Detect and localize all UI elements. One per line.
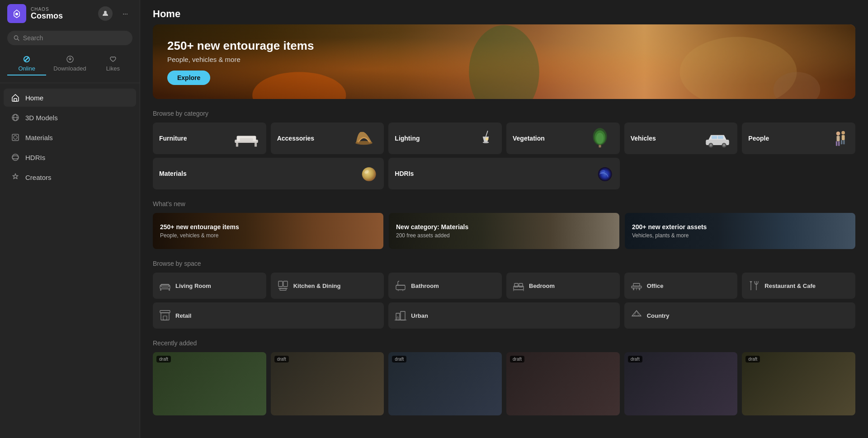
news-subtitle-2: Vehicles, plants & more <box>632 232 707 239</box>
svg-point-26 <box>483 141 489 143</box>
space-office[interactable]: Office <box>624 273 738 299</box>
cat-name-accessories: Accessories <box>277 135 315 142</box>
recent-card-1[interactable]: draft <box>271 352 384 415</box>
space-bathroom[interactable]: Bathroom <box>388 273 502 299</box>
vehicles-thumbnail <box>704 128 731 149</box>
svg-rect-70 <box>633 288 634 290</box>
category-grid-row1: Furniture Accessories Lighting <box>140 122 868 158</box>
online-icon <box>23 55 31 63</box>
home-icon <box>11 93 20 102</box>
svg-rect-58 <box>280 288 286 290</box>
svg-point-13 <box>12 156 19 159</box>
category-vegetation[interactable]: Vegetation <box>506 122 620 154</box>
svg-rect-21 <box>236 142 238 146</box>
svg-rect-71 <box>639 288 640 290</box>
recent-card-4[interactable]: draft <box>624 352 738 415</box>
recently-added-label: Recently added <box>140 339 868 352</box>
space-living-room[interactable]: Living Room <box>153 273 266 299</box>
svg-rect-33 <box>712 136 717 139</box>
news-card-0[interactable]: 250+ new entourage items People, vehicle… <box>153 213 383 249</box>
svg-rect-76 <box>160 311 170 313</box>
online-tab-label: Online <box>18 65 35 72</box>
recent-card-3[interactable]: draft <box>506 352 620 415</box>
furniture-thumbnail <box>233 128 260 149</box>
lighting-thumbnail <box>468 128 495 149</box>
tab-online[interactable]: Online <box>7 52 46 75</box>
space-name-urban: Urban <box>411 312 428 319</box>
vegetation-thumbnail <box>586 128 613 149</box>
news-card-2[interactable]: 200+ new exterior assets Vehicles, plant… <box>625 213 855 249</box>
svg-rect-80 <box>401 311 405 320</box>
space-name-office: Office <box>647 283 664 289</box>
svg-point-47 <box>362 167 376 181</box>
hero-banner[interactable]: 250+ new entourage items People, vehicle… <box>153 24 855 99</box>
explore-button[interactable]: Explore <box>167 71 210 85</box>
home-label: Home <box>25 94 43 102</box>
materials-thumbnail <box>350 164 377 184</box>
search-input[interactable] <box>23 34 126 42</box>
svg-point-11 <box>14 136 17 139</box>
whats-new-label: What's new <box>140 200 868 213</box>
svg-rect-63 <box>514 286 524 290</box>
more-options-button[interactable]: ··· <box>118 6 132 21</box>
svg-point-1 <box>15 13 18 15</box>
draft-badge-2: draft <box>392 356 406 363</box>
search-bar[interactable] <box>7 31 132 45</box>
draft-badge-0: draft <box>156 356 171 363</box>
tabs-row: Online Downloaded Likes <box>0 52 140 75</box>
tab-likes[interactable]: Likes <box>94 52 132 75</box>
news-title-1: New category: Materials <box>396 223 468 231</box>
recent-card-0[interactable]: draft <box>153 352 266 415</box>
category-furniture[interactable]: Furniture <box>153 122 266 154</box>
sidebar: chaos Cosmos ··· <box>0 0 140 438</box>
sidebar-item-creators[interactable]: Creators <box>4 168 136 186</box>
recent-card-5[interactable]: draft <box>742 352 855 415</box>
browse-by-space-label: Browse by space <box>140 260 868 273</box>
svg-point-38 <box>723 144 725 146</box>
page-title: Home <box>140 0 868 24</box>
category-hdris[interactable]: HDRIs <box>388 158 619 189</box>
space-kitchen-dining[interactable]: Kitchen & Dining <box>271 273 384 299</box>
nav-items: Home 3D Models Materials HDRIs <box>0 89 140 186</box>
space-name-restaurant-cafe: Restaurant & Cafe <box>764 283 816 289</box>
space-restaurant-cafe[interactable]: Restaurant & Cafe <box>742 273 855 299</box>
divider <box>0 83 140 83</box>
svg-line-4 <box>18 39 19 40</box>
bathroom-icon <box>395 280 406 292</box>
category-materials[interactable]: Materials <box>153 158 384 189</box>
space-name-living-room: Living Room <box>175 283 211 289</box>
category-accessories[interactable]: Accessories <box>271 122 384 154</box>
news-card-content-0: 250+ new entourage items People, vehicle… <box>153 217 246 245</box>
logo-icon <box>7 4 26 23</box>
category-vehicles[interactable]: Vehicles <box>624 122 738 154</box>
country-icon <box>631 310 642 321</box>
sidebar-item-hdris[interactable]: HDRIs <box>4 148 136 166</box>
category-people[interactable]: People <box>742 122 855 154</box>
browse-by-category-label: Browse by category <box>140 110 868 122</box>
recent-card-2[interactable]: draft <box>388 352 502 415</box>
downloaded-tab-label: Downloaded <box>53 65 86 72</box>
svg-rect-69 <box>633 283 640 286</box>
news-title-2: 200+ new exterior assets <box>632 223 707 231</box>
svg-rect-40 <box>837 136 840 141</box>
sidebar-item-home[interactable]: Home <box>4 89 136 107</box>
recently-added-grid: draft draft draft draft draft draft <box>140 352 868 426</box>
svg-rect-6 <box>14 99 17 101</box>
news-card-1[interactable]: New category: Materials 200 free assets … <box>389 213 619 249</box>
svg-point-12 <box>12 154 19 160</box>
space-country[interactable]: Country <box>624 302 855 329</box>
sidebar-item-materials[interactable]: Materials <box>4 128 136 146</box>
category-lighting[interactable]: Lighting <box>388 122 502 154</box>
user-icon-button[interactable] <box>98 6 113 21</box>
category-grid-row2: Materials HDRIs <box>140 158 868 200</box>
space-bedroom[interactable]: Bedroom <box>506 273 620 299</box>
header-actions: ··· <box>98 6 132 21</box>
3d-models-icon <box>11 113 20 122</box>
space-retail[interactable]: Retail <box>153 302 384 329</box>
draft-badge-5: draft <box>745 356 760 363</box>
3d-models-label: 3D Models <box>25 114 58 122</box>
space-urban[interactable]: Urban <box>388 302 619 329</box>
svg-rect-54 <box>169 289 170 291</box>
sidebar-item-3d-models[interactable]: 3D Models <box>4 108 136 127</box>
tab-downloaded[interactable]: Downloaded <box>46 52 93 75</box>
